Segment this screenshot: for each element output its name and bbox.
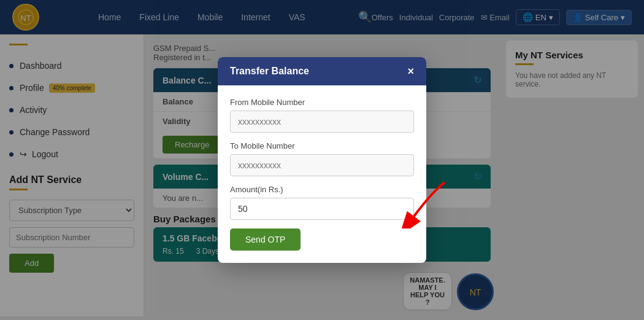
transfer-balance-modal: Transfer Balance × From Mobile Number To… — [218, 57, 426, 263]
to-number-label: To Mobile Number — [230, 141, 414, 150]
amount-input[interactable] — [230, 198, 414, 220]
modal-overlay[interactable]: Transfer Balance × From Mobile Number To… — [0, 0, 644, 316]
send-otp-button[interactable]: Send OTP — [230, 228, 301, 251]
from-number-label: From Mobile Number — [230, 98, 414, 107]
modal-title: Transfer Balance — [230, 66, 309, 77]
amount-field-container — [230, 198, 414, 228]
modal-body: From Mobile Number To Mobile Number Amou… — [218, 85, 426, 263]
to-mobile-input[interactable] — [230, 154, 414, 176]
from-mobile-input[interactable] — [230, 111, 414, 133]
amount-label: Amount(in Rs.) — [230, 185, 414, 194]
modal-close-button[interactable]: × — [407, 66, 414, 77]
modal-header: Transfer Balance × — [218, 57, 426, 85]
